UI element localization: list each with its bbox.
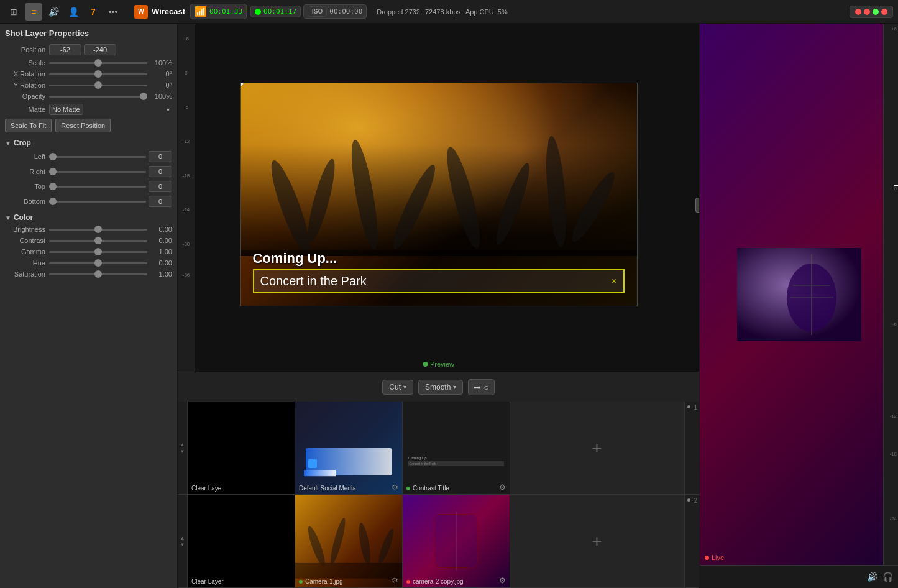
shot-item-clear-layer-2[interactable]: Clear Layer: [188, 495, 295, 587]
opacity-slider[interactable]: [49, 96, 147, 98]
preview-dot: [423, 362, 428, 367]
hue-row: Hue 0.00: [5, 259, 172, 267]
cpu-stat: App CPU: 5%: [465, 8, 508, 16]
matte-select[interactable]: No Matte: [49, 104, 83, 115]
bars-icon[interactable]: ≡: [25, 3, 42, 21]
speaker-icon[interactable]: 🔊: [867, 572, 877, 582]
x-rotation-slider[interactable]: [49, 73, 147, 75]
add-shot-2[interactable]: +: [510, 495, 684, 587]
shot-name-clear-2: Clear Layer: [191, 578, 224, 585]
green-dot: [873, 9, 879, 15]
nav-icons: ⊞ ≡ 🔊 👤 7 •••: [5, 3, 122, 21]
saturation-container: 1.00: [49, 270, 172, 278]
layer-2-shots: Clear Layer: [188, 495, 510, 587]
layers-icon[interactable]: ⊞: [5, 3, 22, 21]
shot-gear-camera2[interactable]: ⚙: [499, 576, 506, 585]
gamma-label: Gamma: [5, 248, 45, 255]
hue-label: Hue: [5, 259, 45, 267]
reset-position-button[interactable]: Reset Position: [55, 119, 111, 132]
layer-2-controls: ▲ ▼: [178, 495, 188, 587]
ruler-mark-6: +6: [183, 36, 189, 42]
coming-up-text: Coming Up...: [253, 250, 625, 267]
center-area: +6 0 -6 -12 -18 -24 -30 -36: [178, 24, 699, 588]
person-icon[interactable]: 👤: [65, 3, 82, 21]
svg-rect-9: [304, 470, 336, 476]
layer-1-down-icon[interactable]: ▼: [180, 449, 185, 454]
shot-item-social-media[interactable]: Default Social Media ⚙: [295, 402, 403, 494]
matte-row: Matte No Matte: [5, 104, 172, 115]
seven-icon[interactable]: 7: [85, 3, 102, 21]
shot-item-camera1[interactable]: Camera-1.jpg ⚙: [295, 495, 403, 587]
preview-label: Preview: [423, 361, 454, 368]
crop-top-container: [49, 181, 172, 192]
crop-left-input[interactable]: [149, 151, 172, 162]
scale-value: 100%: [150, 59, 172, 67]
shot-gear-camera1[interactable]: ⚙: [392, 576, 398, 585]
shot-gear-title[interactable]: ⚙: [499, 483, 506, 492]
shot-name-camera2: camera-2 copy.jpg: [413, 578, 464, 585]
right-ruler: +6 0 -6 -12 -18 -24: [883, 24, 898, 565]
shot-thumb-black-1: [188, 402, 295, 494]
svg-point-12: [357, 522, 372, 566]
brightness-container: 0.00: [49, 226, 172, 233]
opacity-slider-container: 100%: [49, 93, 172, 100]
right-ruler-n6: -6: [892, 321, 897, 327]
crop-bottom-label: Bottom: [5, 198, 45, 205]
ruler-mark-0: 0: [185, 70, 187, 76]
shot-item-camera2[interactable]: camera-2 copy.jpg ⚙: [403, 495, 510, 587]
headphone-icon[interactable]: 🎧: [882, 572, 893, 582]
crop-left-slider[interactable]: [49, 156, 146, 158]
svg-point-0: [265, 157, 316, 257]
position-row: Position: [5, 44, 172, 55]
crop-top-input[interactable]: [149, 181, 172, 192]
position-x-input[interactable]: [49, 44, 81, 55]
y-rotation-row: Y Rotation 0°: [5, 81, 172, 89]
gamma-slider[interactable]: [49, 251, 147, 253]
svg-point-13: [376, 528, 396, 566]
crop-label: Crop: [14, 139, 31, 147]
shot-item-contrast-title[interactable]: Coming Up... Concert in the Park Contras…: [403, 402, 510, 494]
shot-gear-social[interactable]: ⚙: [392, 483, 398, 492]
red-dot-3: [881, 9, 887, 15]
hue-slider[interactable]: [49, 262, 147, 264]
color-section-header[interactable]: ▼ Color: [5, 213, 172, 222]
position-y-input[interactable]: [84, 44, 116, 55]
layer-1-up-icon[interactable]: ▲: [180, 442, 185, 448]
matte-label: Matte: [5, 106, 45, 113]
main-content: Shot Layer Properties Position Scale 100…: [0, 24, 898, 588]
layer-2-up-icon[interactable]: ▲: [180, 535, 185, 541]
transition-go-button[interactable]: ➡ ○: [468, 379, 494, 395]
saturation-slider[interactable]: [49, 273, 147, 275]
brightness-slider[interactable]: [49, 229, 147, 231]
opacity-value: 100%: [150, 93, 172, 100]
ruler-mark-n30: -30: [183, 241, 190, 247]
smooth-button[interactable]: Smooth ▾: [418, 380, 463, 395]
edit-icon: ✕: [611, 277, 617, 286]
add-shot-1[interactable]: +: [510, 402, 684, 494]
social-bar-svg: [304, 466, 336, 480]
crop-right-input[interactable]: [149, 166, 172, 177]
scale-to-fit-button[interactable]: Scale To Fit: [5, 119, 52, 132]
shot-thumb-title: Coming Up... Concert in the Park: [403, 402, 510, 494]
crop-right-slider[interactable]: [49, 171, 146, 173]
shot-item-clear-layer-1[interactable]: Clear Layer: [188, 402, 295, 494]
brightness-label: Brightness: [5, 226, 45, 233]
contrast-slider[interactable]: [49, 240, 147, 242]
crop-bottom-slider[interactable]: [49, 201, 146, 203]
scale-slider[interactable]: [49, 62, 147, 64]
shot-label-title: Contrast Title: [406, 485, 449, 492]
title-box[interactable]: Concert in the Park ✕: [253, 269, 625, 293]
crop-top-label: Top: [5, 183, 45, 190]
crop-bottom-input[interactable]: [149, 196, 172, 207]
add-icon-1: +: [592, 438, 602, 458]
crop-top-slider[interactable]: [49, 186, 146, 188]
collapse-button[interactable]: «: [695, 198, 699, 213]
speaker-icon[interactable]: 🔊: [45, 3, 62, 21]
y-rotation-slider[interactable]: [49, 85, 147, 86]
more-icon[interactable]: •••: [104, 3, 122, 21]
crop-section-header[interactable]: ▼ Crop: [5, 139, 172, 147]
scale-row: Scale 100%: [5, 59, 172, 67]
y-rotation-label: Y Rotation: [5, 81, 45, 89]
layer-2-down-icon[interactable]: ▼: [180, 542, 185, 548]
cut-button[interactable]: Cut ▾: [382, 380, 413, 395]
